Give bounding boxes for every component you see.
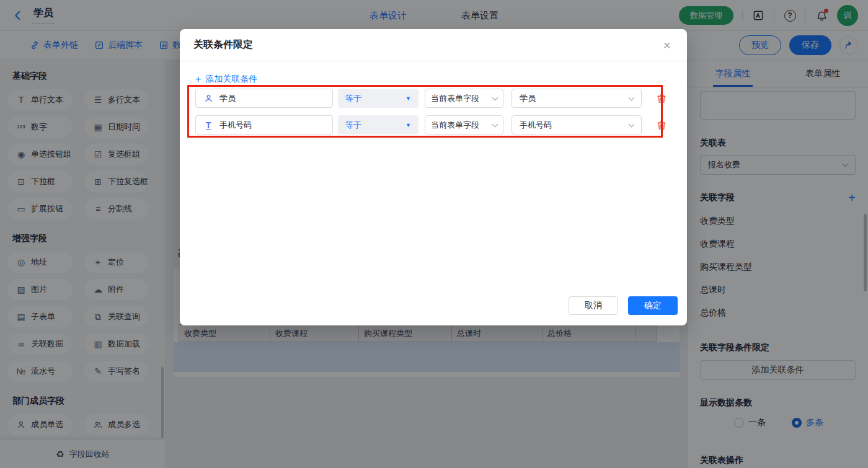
delete-condition-icon[interactable]	[656, 93, 667, 104]
value-select[interactable]: 手机号码	[512, 115, 642, 135]
condition-limit-dialog: 关联条件限定 × + 添加关联条件 学员 等于 ▼ 当前表单字段 学员	[180, 29, 687, 325]
plus-icon: +	[195, 74, 201, 85]
confirm-button[interactable]: 确定	[628, 296, 678, 315]
person-icon	[203, 94, 213, 103]
caret-down-icon: ▼	[405, 95, 411, 102]
close-icon[interactable]: ×	[660, 38, 675, 53]
caret-down-icon: ▼	[405, 122, 411, 128]
app-window: 学员 表单设计 表单设置 数据管理 ? 训	[0, 0, 868, 468]
condition-field-select[interactable]: 学员	[195, 89, 333, 108]
text-icon: T	[203, 120, 213, 130]
value-select[interactable]: 学员	[512, 89, 642, 108]
chevron-down-icon	[492, 94, 498, 100]
dialog-title: 关联条件限定	[193, 38, 253, 51]
operator-select[interactable]: 等于 ▼	[338, 89, 418, 108]
delete-condition-icon[interactable]	[656, 120, 667, 131]
dialog-footer: 取消 确定	[569, 296, 678, 315]
chevron-down-icon	[629, 121, 635, 127]
condition-field-select[interactable]: T 手机号码	[195, 115, 333, 135]
add-condition-link[interactable]: + 添加关联条件	[195, 74, 257, 85]
chevron-down-icon	[629, 94, 635, 100]
dialog-header: 关联条件限定	[180, 29, 687, 61]
chevron-down-icon	[492, 121, 498, 127]
condition-row: T 手机号码	[195, 115, 333, 135]
condition-row: 学员	[195, 89, 333, 108]
operator-select[interactable]: 等于 ▼	[338, 115, 418, 135]
cancel-button[interactable]: 取消	[569, 296, 618, 315]
source-select[interactable]: 当前表单字段	[425, 115, 503, 135]
source-select[interactable]: 当前表单字段	[425, 89, 503, 108]
